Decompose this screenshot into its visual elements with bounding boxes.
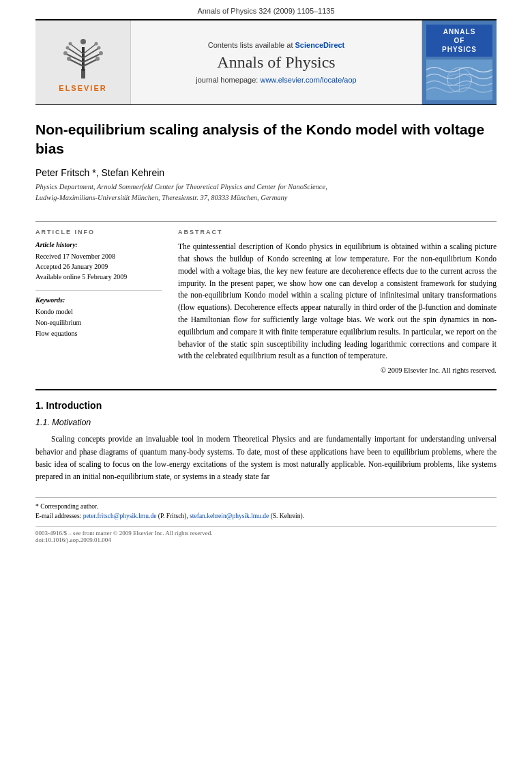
article-authors: Peter Fritsch *, Stefan Kehrein (35, 167, 497, 178)
svg-point-12 (68, 42, 72, 45)
homepage-prefix: journal homepage: (196, 76, 260, 84)
corresponding-author-label: * Corresponding author. (35, 502, 497, 511)
corresponding-label: * Corresponding author. (35, 503, 98, 510)
annals-badge: ANNALS OF PHYSICS (426, 25, 492, 57)
article-history-title: Article history: (35, 241, 162, 248)
keyword-1: Kondo model (35, 306, 162, 317)
svg-rect-1 (82, 47, 85, 71)
sciencedirect-prefix: Contents lists available at (208, 41, 295, 49)
svg-point-14 (99, 51, 103, 55)
svg-point-15 (97, 46, 100, 49)
abstract-text: The quintessential description of Kondo … (178, 241, 497, 362)
email-1-suffix: (P. Fritsch), (156, 513, 190, 519)
email-prefix: E-mail addresses: (35, 513, 83, 519)
svg-line-9 (83, 44, 95, 54)
keyword-3: Flow equations (35, 328, 162, 339)
annals-badge-line3: PHYSICS (442, 46, 477, 53)
svg-point-10 (63, 51, 68, 55)
available-date: Available online 5 February 2009 (35, 272, 162, 282)
footer-doi: doi:10.1016/j.aop.2009.01.004 (35, 536, 497, 543)
annals-wave-graphic (426, 59, 492, 100)
annals-logo-block: ANNALS OF PHYSICS (422, 20, 497, 104)
sciencedirect-line: Contents lists available at ScienceDirec… (208, 41, 345, 49)
keywords-title: Keywords: (35, 290, 162, 304)
copyright-line: © 2009 Elsevier Inc. All rights reserved… (178, 367, 497, 374)
svg-point-16 (94, 42, 98, 45)
elsevier-tree-icon (56, 33, 110, 81)
footer-issn: 0003-4916/$ – see front matter © 2009 El… (35, 530, 497, 536)
section-1-heading: 1. Introduction (35, 400, 497, 411)
keyword-2: Non-equilibrium (35, 317, 162, 328)
email-1-link[interactable]: peter.fritsch@physik.lmu.de (83, 513, 157, 519)
article-title-section: Non-equilibrium scaling analysis of the … (35, 105, 497, 210)
received-date: Received 17 November 2008 (35, 251, 162, 261)
email-footnote-line: E-mail addresses: peter.fritsch@physik.l… (35, 511, 497, 521)
elsevier-wordmark: ELSEVIER (59, 84, 106, 92)
svg-point-13 (67, 57, 71, 61)
footnote-area: * Corresponding author. E-mail addresses… (35, 497, 497, 521)
article-affiliation-line1: Physics Department, Arnold Sommerfeld Ce… (35, 182, 497, 192)
annals-badge-line1: ANNALS (443, 28, 476, 35)
sciencedirect-link[interactable]: ScienceDirect (295, 41, 345, 49)
accepted-date: Accepted 26 January 2009 (35, 261, 162, 272)
email-2-link[interactable]: stefan.kehrein@physik.lmu.de (190, 513, 269, 519)
journal-header: ELSEVIER Contents lists available at Sci… (35, 19, 497, 105)
body-paragraph-1: Scaling concepts provide an invaluable t… (35, 433, 497, 483)
svg-line-5 (71, 44, 83, 54)
svg-point-18 (80, 39, 86, 44)
article-info-label: ARTICLE INFO (35, 229, 162, 235)
top-citation: Annals of Physics 324 (2009) 1105–1135 (35, 0, 497, 19)
body-section-1: 1. Introduction 1.1. Motivation Scaling … (35, 389, 497, 483)
abstract-label: ABSTRACT (178, 229, 497, 235)
article-main-title: Non-equilibrium scaling analysis of the … (35, 120, 497, 159)
abstract-column: ABSTRACT The quintessential description … (178, 229, 497, 374)
citation-text: Annals of Physics 324 (2009) 1105–1135 (197, 7, 334, 15)
article-info-abstract-section: ARTICLE INFO Article history: Received 1… (35, 221, 497, 374)
journal-center-block: Contents lists available at ScienceDirec… (131, 20, 422, 104)
subsection-1-1-heading: 1.1. Motivation (35, 418, 497, 427)
email-2-suffix: (S. Kehrein). (269, 513, 304, 519)
elsevier-logo-block: ELSEVIER (35, 20, 131, 104)
page-container: Annals of Physics 324 (2009) 1105–1135 (0, 0, 532, 571)
journal-title-header: Annals of Physics (217, 53, 335, 72)
article-affiliation-line2: Ludwig-Maximilians-Universität München, … (35, 193, 497, 203)
article-info-column: ARTICLE INFO Article history: Received 1… (35, 229, 162, 374)
homepage-url[interactable]: www.elsevier.com/locate/aop (260, 76, 356, 84)
svg-point-11 (65, 46, 69, 49)
journal-homepage-line: journal homepage: www.elsevier.com/locat… (196, 76, 356, 84)
annals-badge-line2: OF (454, 37, 465, 44)
footer-info: 0003-4916/$ – see front matter © 2009 El… (35, 526, 497, 543)
svg-point-17 (95, 57, 100, 61)
